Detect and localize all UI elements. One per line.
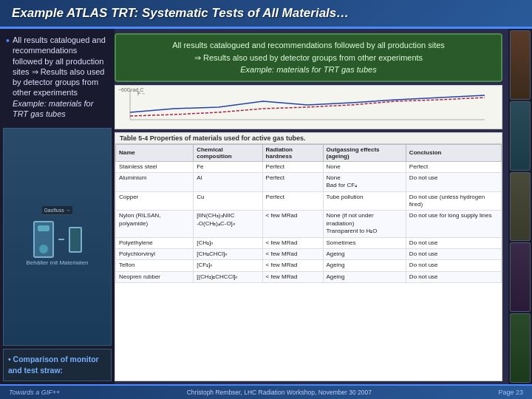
cell-name: Neopren rubber xyxy=(116,271,194,282)
main-content: • All results catalogued and recommendat… xyxy=(0,29,532,384)
table-row: Teflon [CF₂]ₙ < few MRad Ageing Do not u… xyxy=(116,260,502,271)
cell-radiation: Perfect xyxy=(262,172,323,191)
cell-chemical: [IIN(CH₂)₉NIIC-O(CH₂)₄C-O]ₙ xyxy=(194,211,262,237)
cell-chemical: [(CH₂)₂CHCCl]ₙ xyxy=(194,271,262,282)
slide-footer: Towards a GIF++ Christoph Rembser, LHC R… xyxy=(0,384,532,399)
apparatus-image: Gasfluss → Behälter mit Materialien xyxy=(3,128,112,346)
cell-outgassing: Sometimes xyxy=(323,237,406,248)
cell-radiation: < few MRad xyxy=(262,249,323,260)
bullet-text-1: All results catalogued and recommendatio… xyxy=(13,35,109,119)
cell-outgassing: None (if not under irradiation)Transpare… xyxy=(323,211,406,237)
table-row: Polychlorvinyl [CH₂CHCl]ₙ < few MRad Age… xyxy=(116,249,502,260)
callout-line1: All results catalogued and recommendatio… xyxy=(172,41,445,50)
cell-chemical: [CH₂CHCl]ₙ xyxy=(194,249,262,260)
table-row: Aluminium Al Perfect NoneBad for CF₄ Do … xyxy=(116,172,502,191)
cell-name: Copper xyxy=(116,191,194,211)
cell-radiation: < few MRad xyxy=(262,260,323,271)
cell-chemical: Cu xyxy=(194,191,262,211)
callout-text: All results catalogued and recommendatio… xyxy=(123,39,494,76)
table-header: Name Chemical composition Radiation hard… xyxy=(116,144,502,161)
table-row: Neopren rubber [(CH₂)₂CHCCl]ₙ < few MRad… xyxy=(116,271,502,282)
behalter-label: Behälter mit Materialien xyxy=(24,258,89,267)
col-header-outgassing: Outgassing effects (ageing) xyxy=(323,144,406,161)
footer-center: Christoph Rembser, LHC Radiation Worksho… xyxy=(187,389,372,396)
cell-chemical: [CF₂]ₙ xyxy=(194,260,262,271)
side-img-5 xyxy=(510,313,531,383)
cell-conclusion: Do not use xyxy=(406,260,501,271)
cell-name: Teflon xyxy=(116,260,194,271)
col-header-chemical: Chemical composition xyxy=(194,144,262,161)
cell-outgassing: None xyxy=(323,161,406,172)
side-image-strip xyxy=(508,29,532,384)
table-row: Nylon (RILSAN, polyamide) [IIN(CH₂)₉NIIC… xyxy=(116,211,502,237)
cell-radiation: Perfect xyxy=(262,161,323,172)
cell-conclusion: Do not use (unless hydrogen fired) xyxy=(406,191,501,211)
cell-conclusion: Do not use xyxy=(406,249,501,260)
cell-conclusion: Do not use xyxy=(406,237,501,248)
footer-left: Towards a GIF++ xyxy=(9,389,60,396)
cell-name: Nylon (RILSAN, polyamide) xyxy=(116,211,194,237)
comparison-title: • Comparison of monitor and test straw: xyxy=(8,355,99,375)
cell-conclusion: Do not use xyxy=(406,271,501,282)
cell-outgassing: NoneBad for CF₄ xyxy=(323,172,406,191)
cell-name: Polyethylene xyxy=(116,237,194,248)
side-img-1 xyxy=(510,30,531,100)
cell-radiation: < few MRad xyxy=(262,271,323,282)
materials-table: Name Chemical composition Radiation hard… xyxy=(115,144,502,284)
callout-line3: Example: materials for TRT gas tubes xyxy=(240,65,376,74)
slide-header: Example ATLAS TRT: Systematic Tests of A… xyxy=(0,0,532,29)
callout-line2: ⇒ Results also used by detector groups f… xyxy=(194,53,423,62)
cell-name: Polychlorvinyl xyxy=(116,249,194,260)
left-sidebar: • All results catalogued and recommendat… xyxy=(0,29,115,384)
col-header-radiation: Radiation hardness xyxy=(262,144,323,161)
side-img-4 xyxy=(510,242,531,312)
graph-label: ~60Grad C xyxy=(118,87,143,92)
footer-right: Page 23 xyxy=(498,389,523,396)
cell-outgassing: Ageing xyxy=(323,260,406,271)
side-img-3 xyxy=(510,172,531,242)
slide: Example ATLAS TRT: Systematic Tests of A… xyxy=(0,0,532,399)
cell-conclusion: Perfect xyxy=(406,161,501,172)
table-body: Stainless steel Fe Perfect None Perfect … xyxy=(116,161,502,283)
slide-title: Example ATLAS TRT: Systematic Tests of A… xyxy=(12,6,349,21)
cell-chemical: Fe xyxy=(194,161,262,172)
cell-name: Stainless steel xyxy=(116,161,194,172)
side-img-2 xyxy=(510,101,531,171)
table-row: Copper Cu Perfect Tube pollution Do not … xyxy=(116,191,502,211)
comparison-section: • Comparison of monitor and test straw: xyxy=(3,349,112,381)
cell-chemical: [CH₂]ₙ xyxy=(194,237,262,248)
gasfluss-label: Gasfluss → xyxy=(42,206,72,215)
graph-area: ~60Grad C F→ xyxy=(115,85,502,129)
right-content: All results catalogued and recommendatio… xyxy=(115,29,508,384)
cell-conclusion: Do not use for long supply lines xyxy=(406,211,501,237)
materials-table-container: Table 5-4 Properties of materials used f… xyxy=(115,132,502,382)
table-caption: Table 5-4 Properties of materials used f… xyxy=(115,133,502,144)
bullet-section: • All results catalogued and recommendat… xyxy=(3,32,112,125)
col-header-conclusion: Conclusion xyxy=(406,144,501,161)
cell-outgassing: Ageing xyxy=(323,271,406,282)
cell-outgassing: Ageing xyxy=(323,249,406,260)
col-header-name: Name xyxy=(116,144,194,161)
cell-conclusion: Do not use xyxy=(406,172,501,191)
cell-chemical: Al xyxy=(194,172,262,191)
bullet-item-1: • All results catalogued and recommendat… xyxy=(6,35,109,119)
graph-svg: F→ xyxy=(115,86,502,127)
cell-name: Aluminium xyxy=(116,172,194,191)
cell-outgassing: Tube pollution xyxy=(323,191,406,211)
cell-radiation: < few MRad xyxy=(262,211,323,237)
bullet-dot: • xyxy=(6,35,10,119)
table-row: Stainless steel Fe Perfect None Perfect xyxy=(116,161,502,172)
cell-radiation: < few MRad xyxy=(262,237,323,248)
callout-box: All results catalogued and recommendatio… xyxy=(115,33,502,82)
cell-radiation: Perfect xyxy=(262,191,323,211)
table-row: Polyethylene [CH₂]ₙ < few MRad Sometimes… xyxy=(116,237,502,248)
